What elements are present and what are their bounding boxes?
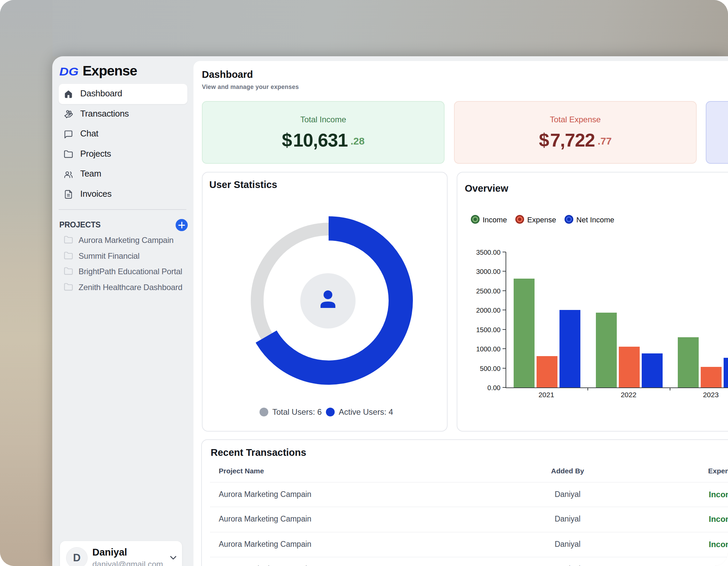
svg-text:DG: DG <box>59 66 79 76</box>
